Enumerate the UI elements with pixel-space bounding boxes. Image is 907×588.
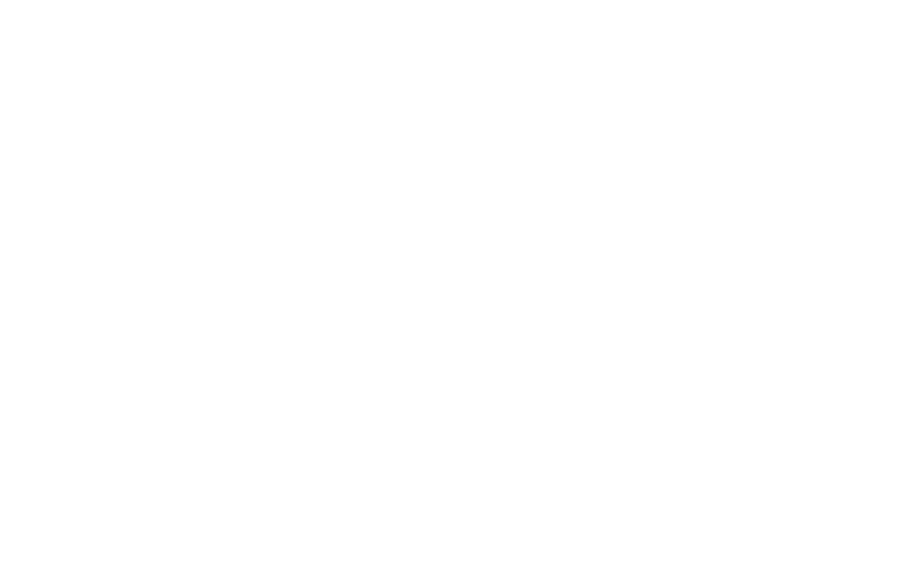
pricing-container (0, 0, 907, 76)
